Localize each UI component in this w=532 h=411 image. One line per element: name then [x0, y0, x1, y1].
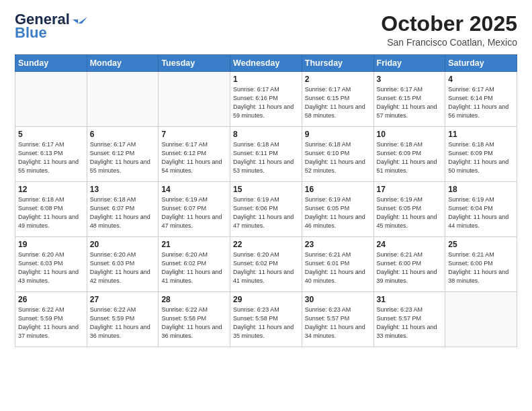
- table-row: 28Sunrise: 6:22 AM Sunset: 5:58 PM Dayli…: [159, 292, 230, 347]
- table-row: 4Sunrise: 6:17 AM Sunset: 6:14 PM Daylig…: [445, 72, 517, 127]
- table-row: 22Sunrise: 6:20 AM Sunset: 6:02 PM Dayli…: [230, 237, 302, 292]
- day-info: Sunrise: 6:22 AM Sunset: 5:59 PM Dayligh…: [90, 306, 156, 340]
- day-info: Sunrise: 6:20 AM Sunset: 6:02 PM Dayligh…: [161, 250, 227, 285]
- day-info: Sunrise: 6:22 AM Sunset: 5:58 PM Dayligh…: [161, 306, 227, 340]
- day-number: 31: [377, 295, 443, 304]
- day-number: 2: [305, 75, 371, 84]
- day-info: Sunrise: 6:21 AM Sunset: 6:00 PM Dayligh…: [448, 250, 514, 285]
- day-info: Sunrise: 6:18 AM Sunset: 6:07 PM Dayligh…: [90, 195, 156, 230]
- day-info: Sunrise: 6:17 AM Sunset: 6:16 PM Dayligh…: [233, 85, 299, 120]
- day-number: 14: [161, 185, 227, 194]
- day-info: Sunrise: 6:17 AM Sunset: 6:13 PM Dayligh…: [18, 140, 84, 175]
- day-info: Sunrise: 6:18 AM Sunset: 6:10 PM Dayligh…: [305, 140, 371, 175]
- day-number: 20: [90, 240, 156, 249]
- day-info: Sunrise: 6:18 AM Sunset: 6:11 PM Dayligh…: [233, 140, 299, 175]
- day-number: 5: [18, 130, 84, 139]
- day-info: Sunrise: 6:17 AM Sunset: 6:15 PM Dayligh…: [377, 85, 443, 120]
- col-thursday: Thursday: [302, 55, 373, 72]
- table-row: 14Sunrise: 6:19 AM Sunset: 6:07 PM Dayli…: [159, 182, 230, 237]
- logo-blue: Blue: [15, 26, 47, 40]
- day-info: Sunrise: 6:17 AM Sunset: 6:15 PM Dayligh…: [305, 85, 371, 120]
- day-info: Sunrise: 6:20 AM Sunset: 6:03 PM Dayligh…: [18, 250, 84, 285]
- table-row: [15, 72, 87, 127]
- table-row: 20Sunrise: 6:20 AM Sunset: 6:03 PM Dayli…: [87, 237, 159, 292]
- calendar-table: Sunday Monday Tuesday Wednesday Thursday…: [15, 54, 517, 347]
- day-number: 25: [448, 240, 514, 249]
- day-number: 1: [233, 75, 299, 84]
- table-row: 7Sunrise: 6:17 AM Sunset: 6:12 PM Daylig…: [159, 127, 230, 182]
- day-info: Sunrise: 6:20 AM Sunset: 6:02 PM Dayligh…: [233, 250, 299, 285]
- day-number: 18: [448, 185, 514, 194]
- day-info: Sunrise: 6:18 AM Sunset: 6:09 PM Dayligh…: [377, 140, 443, 175]
- day-info: Sunrise: 6:23 AM Sunset: 5:58 PM Dayligh…: [233, 306, 299, 340]
- day-info: Sunrise: 6:19 AM Sunset: 6:05 PM Dayligh…: [377, 195, 443, 230]
- location: San Francisco Coatlan, Mexico: [381, 37, 517, 48]
- day-number: 11: [448, 130, 514, 139]
- day-number: 6: [90, 130, 156, 139]
- table-row: 1Sunrise: 6:17 AM Sunset: 6:16 PM Daylig…: [230, 72, 302, 127]
- calendar-week-row: 19Sunrise: 6:20 AM Sunset: 6:03 PM Dayli…: [15, 237, 517, 292]
- day-number: 21: [161, 240, 227, 249]
- day-number: 10: [377, 130, 443, 139]
- day-number: 19: [18, 240, 84, 249]
- table-row: 2Sunrise: 6:17 AM Sunset: 6:15 PM Daylig…: [302, 72, 373, 127]
- col-wednesday: Wednesday: [230, 55, 302, 72]
- day-info: Sunrise: 6:19 AM Sunset: 6:06 PM Dayligh…: [233, 195, 299, 230]
- col-monday: Monday: [87, 55, 159, 72]
- day-number: 16: [305, 185, 371, 194]
- day-number: 4: [448, 75, 514, 84]
- table-row: 29Sunrise: 6:23 AM Sunset: 5:58 PM Dayli…: [230, 292, 302, 347]
- day-number: 12: [18, 185, 84, 194]
- table-row: 6Sunrise: 6:17 AM Sunset: 6:12 PM Daylig…: [87, 127, 159, 182]
- table-row: 23Sunrise: 6:21 AM Sunset: 6:01 PM Dayli…: [302, 237, 373, 292]
- table-row: 30Sunrise: 6:23 AM Sunset: 5:57 PM Dayli…: [302, 292, 373, 347]
- day-number: 26: [18, 295, 84, 304]
- col-friday: Friday: [373, 55, 445, 72]
- table-row: 10Sunrise: 6:18 AM Sunset: 6:09 PM Dayli…: [373, 127, 445, 182]
- table-row: 26Sunrise: 6:22 AM Sunset: 5:59 PM Dayli…: [15, 292, 87, 347]
- svg-marker-1: [73, 19, 78, 24]
- day-number: 8: [233, 130, 299, 139]
- day-info: Sunrise: 6:23 AM Sunset: 5:57 PM Dayligh…: [305, 306, 371, 340]
- calendar-week-row: 5Sunrise: 6:17 AM Sunset: 6:13 PM Daylig…: [15, 127, 517, 182]
- day-number: 7: [161, 130, 227, 139]
- day-info: Sunrise: 6:21 AM Sunset: 6:01 PM Dayligh…: [305, 250, 371, 285]
- table-row: 11Sunrise: 6:18 AM Sunset: 6:09 PM Dayli…: [445, 127, 517, 182]
- page: General Blue October 2025 San Francisco …: [0, 0, 532, 411]
- day-number: 9: [305, 130, 371, 139]
- day-info: Sunrise: 6:18 AM Sunset: 6:08 PM Dayligh…: [18, 195, 84, 230]
- calendar-week-row: 1Sunrise: 6:17 AM Sunset: 6:16 PM Daylig…: [15, 72, 517, 127]
- day-info: Sunrise: 6:20 AM Sunset: 6:03 PM Dayligh…: [90, 250, 156, 285]
- day-number: 13: [90, 185, 156, 194]
- table-row: 5Sunrise: 6:17 AM Sunset: 6:13 PM Daylig…: [15, 127, 87, 182]
- day-info: Sunrise: 6:23 AM Sunset: 5:57 PM Dayligh…: [377, 306, 443, 340]
- table-row: 17Sunrise: 6:19 AM Sunset: 6:05 PM Dayli…: [373, 182, 445, 237]
- day-info: Sunrise: 6:17 AM Sunset: 6:12 PM Dayligh…: [161, 140, 227, 175]
- day-number: 22: [233, 240, 299, 249]
- day-number: 15: [233, 185, 299, 194]
- table-row: 25Sunrise: 6:21 AM Sunset: 6:00 PM Dayli…: [445, 237, 517, 292]
- table-row: [159, 72, 230, 127]
- day-number: 30: [305, 295, 371, 304]
- calendar-week-row: 12Sunrise: 6:18 AM Sunset: 6:08 PM Dayli…: [15, 182, 517, 237]
- table-row: 31Sunrise: 6:23 AM Sunset: 5:57 PM Dayli…: [373, 292, 445, 347]
- table-row: 24Sunrise: 6:21 AM Sunset: 6:00 PM Dayli…: [373, 237, 445, 292]
- day-info: Sunrise: 6:18 AM Sunset: 6:09 PM Dayligh…: [448, 140, 514, 175]
- day-number: 28: [161, 295, 227, 304]
- table-row: 8Sunrise: 6:18 AM Sunset: 6:11 PM Daylig…: [230, 127, 302, 182]
- table-row: 16Sunrise: 6:19 AM Sunset: 6:05 PM Dayli…: [302, 182, 373, 237]
- col-sunday: Sunday: [15, 55, 87, 72]
- table-row: [445, 292, 517, 347]
- header: General Blue October 2025 San Francisco …: [15, 12, 517, 48]
- day-number: 3: [377, 75, 443, 84]
- day-info: Sunrise: 6:19 AM Sunset: 6:07 PM Dayligh…: [161, 195, 227, 230]
- table-row: 27Sunrise: 6:22 AM Sunset: 5:59 PM Dayli…: [87, 292, 159, 347]
- table-row: [87, 72, 159, 127]
- svg-marker-0: [78, 17, 87, 24]
- logo: General Blue: [15, 12, 87, 40]
- table-row: 19Sunrise: 6:20 AM Sunset: 6:03 PM Dayli…: [15, 237, 87, 292]
- logo-bird-icon: [73, 14, 87, 26]
- day-info: Sunrise: 6:19 AM Sunset: 6:05 PM Dayligh…: [305, 195, 371, 230]
- month-title: October 2025: [381, 12, 517, 36]
- day-number: 17: [377, 185, 443, 194]
